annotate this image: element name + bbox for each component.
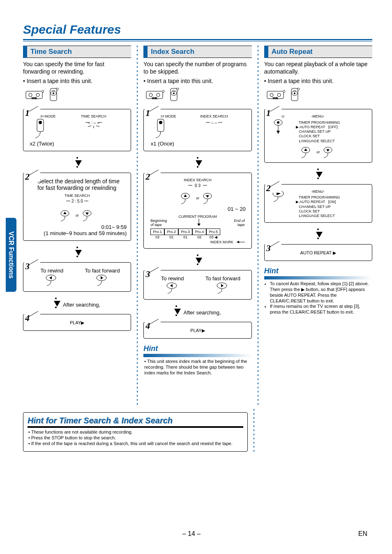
svg-point-6 — [53, 92, 54, 94]
to-ff-label: To fast forward — [198, 275, 247, 282]
osd-auto-repeat: AUTO REPEAT ▶ — [269, 249, 368, 256]
svg-text:0 3: 0 3 — [195, 183, 201, 188]
step-number: 2 — [24, 172, 40, 181]
ff-button-icon — [96, 274, 109, 286]
tape-end-label: End of tape — [228, 219, 245, 227]
down-arrow-icon — [174, 305, 178, 318]
time-step-3: 3 To rewind To fast forward — [23, 262, 131, 292]
step-number: 4 — [145, 321, 161, 330]
step-number: 3 — [24, 262, 40, 271]
svg-text:VCR: VCR — [272, 97, 278, 99]
lang-code: EN — [358, 530, 367, 538]
osd-cursor-icon: – : – – — [81, 118, 106, 130]
hint-heading: Hint — [264, 267, 372, 275]
down-arrow-icon — [75, 247, 79, 257]
index-step-2: 2 INDEX SEARCH 0 3 or 01 ~ 20 CURRENT PR… — [143, 173, 251, 249]
svg-point-54 — [277, 121, 279, 124]
press-count: x1 (Once) — [148, 141, 177, 147]
svg-point-2 — [36, 93, 39, 97]
menu-osd-list: TIMER PROGRAMMING▶ AUTO REPEAT [OFF] CHA… — [296, 120, 340, 143]
osd-time-search: TIME SEARCH — [60, 114, 127, 118]
cassette-icon: VCR — [267, 89, 286, 102]
osd-label: INDEX SEARCH — [148, 178, 247, 182]
down-arrow-icon — [196, 219, 201, 226]
step-number: 1 — [145, 108, 161, 118]
down-arrow-icon — [75, 157, 79, 168]
page-number: – 14 – — [182, 530, 201, 538]
step-number: 1 — [265, 108, 281, 118]
remote-icon: VCR — [169, 88, 180, 103]
hint-body-auto: To cancel Auto Repeat, follow steps [1]-… — [264, 279, 372, 317]
heading-index-search: Index Search — [143, 46, 251, 58]
step-number: 4 — [24, 314, 40, 323]
bullet-index-search: • Insert a tape into this unit. — [143, 78, 251, 84]
time-step-4: 4 PLAY▶ — [23, 314, 131, 331]
or-label: or — [316, 150, 320, 154]
svg-point-46 — [270, 93, 273, 97]
down-arrow-icon — [196, 254, 200, 265]
index-step-3: 3 To rewind To fast forward — [143, 270, 251, 300]
col-index-search: Index Search You can specify the number … — [143, 46, 251, 407]
side-tab-vcr-functions: VCR Functions — [6, 218, 16, 292]
auto-step-3: 3 AUTO REPEAT ▶ — [264, 244, 372, 261]
page-title: Special Features — [23, 23, 372, 37]
remote-icon: VCR — [290, 88, 301, 103]
tape-begin-label: Beginning of tape — [150, 219, 169, 227]
down-button-icon — [323, 146, 335, 158]
leader-arrow-icon — [235, 240, 245, 244]
bullet-auto-repeat: • Insert a tape into this unit. — [264, 78, 372, 84]
rewind-button-icon — [166, 282, 179, 294]
svg-text:VCR: VCR — [152, 97, 157, 99]
remote-search-icon — [35, 118, 49, 139]
title-rule — [23, 39, 372, 42]
step-number: 3 — [265, 244, 281, 253]
index-range: 01 ~ 20 — [148, 206, 245, 212]
svg-point-29 — [173, 92, 175, 94]
svg-text:VCR: VCR — [293, 90, 296, 92]
ff-button-icon — [216, 282, 229, 294]
svg-text:– –: – – — [211, 120, 217, 125]
intro-time-search: You can specify the time for fast forwar… — [23, 60, 131, 75]
svg-point-9 — [39, 121, 42, 124]
program-table: Pro.1Pro.2Pro.3Pro.4Pro.5 0201010203 ◀ — [150, 229, 244, 239]
svg-point-32 — [159, 121, 162, 124]
svg-line-14 — [96, 126, 99, 127]
menu-osd-title: -MENU- — [296, 189, 340, 194]
up-button-icon — [180, 192, 193, 204]
hint-heading: Hint — [143, 344, 251, 353]
remote-icon: VCR — [48, 88, 60, 103]
svg-text:2 : 5 0: 2 : 5 0 — [71, 199, 83, 203]
osd-play: PLAY▶ — [28, 319, 127, 326]
osd-play: PLAY▶ — [148, 327, 247, 334]
menu-button-icon — [272, 118, 286, 136]
column-separator — [137, 46, 138, 407]
or-label: or — [76, 213, 79, 217]
svg-point-1 — [29, 93, 32, 97]
menu-osd-title: -MENU- — [296, 114, 340, 119]
step-number: 1 — [24, 108, 40, 118]
svg-line-13 — [88, 126, 91, 127]
page-footer: – 14 – EN — [0, 530, 392, 538]
step-number: 2 — [145, 172, 161, 181]
svg-text:VCR: VCR — [32, 97, 37, 99]
menu-osd-list: TIMER PROGRAMMING▶ AUTO REPEAT [ON] CHAN… — [296, 195, 340, 218]
combined-hint-title: Hint for Timer Search & Index Search — [28, 416, 243, 425]
hint-rule — [143, 354, 251, 357]
heading-auto-repeat: Auto Repeat — [264, 46, 372, 58]
down-arrow-icon — [54, 298, 58, 310]
osd-label: TIME SEARCH — [28, 194, 127, 198]
combined-hint-box: Hint for Timer Search & Index Search • T… — [23, 412, 248, 452]
down-button-icon — [82, 209, 95, 222]
step-number: 2 — [265, 184, 281, 193]
auto-step-1: 1 MENU -MENU- TIMER PROGRAMMING▶ AUTO RE… — [264, 109, 372, 163]
column-separator — [258, 46, 258, 407]
svg-point-47 — [277, 93, 281, 97]
auto-step-2: 2 -MENU- TIMER PROGRAMMING▶ AUTO REPEAT … — [264, 184, 372, 223]
cassette-icon: VCR — [146, 89, 166, 102]
index-step-1: 1 SEARCH MODE x1 (Once) INDEX SEARCH – – — [143, 109, 251, 151]
intro-auto-repeat: You can repeat playback of a whole tape … — [264, 60, 372, 75]
bullet-time-search: • Insert a tape into this unit. — [23, 78, 131, 84]
cassette-icon: VCR — [25, 89, 45, 102]
intro-index-search: You can specify the number of programs t… — [143, 60, 251, 75]
remote-search-icon — [155, 118, 170, 139]
